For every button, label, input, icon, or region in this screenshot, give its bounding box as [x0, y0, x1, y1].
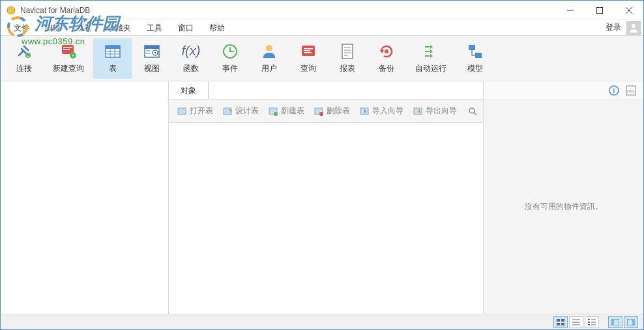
toolbar-function[interactable]: f(x) 函数	[171, 38, 211, 79]
svg-point-5	[632, 24, 636, 28]
toolbar-report[interactable]: 报表	[328, 38, 367, 79]
svg-rect-49	[178, 108, 186, 115]
svg-point-29	[266, 45, 272, 51]
svg-rect-65	[557, 319, 560, 322]
toolbar-label: 新建查询	[53, 63, 84, 74]
panel-left-icon[interactable]	[608, 316, 622, 328]
svg-rect-22	[146, 53, 151, 54]
model-icon	[466, 42, 484, 61]
main-toolbar: + 连接 + 新建查询 表 视图 f(x) 函数 事件 用户 查询 报表 备份 …	[1, 36, 643, 81]
clock-icon	[221, 42, 239, 61]
svg-point-24	[154, 52, 156, 54]
toolbar-query[interactable]: 查询	[289, 38, 328, 79]
action-label: 新建表	[281, 105, 304, 117]
export-icon	[413, 106, 423, 117]
svg-rect-66	[561, 319, 564, 322]
action-open-table[interactable]: 打开表	[173, 103, 217, 119]
user-icon	[260, 42, 278, 61]
info-icon[interactable]: i	[608, 85, 620, 96]
svg-rect-43	[425, 51, 430, 52]
close-button[interactable]	[614, 1, 643, 20]
action-new-table[interactable]: 新建表	[264, 103, 308, 119]
toolbar-event[interactable]: 事件	[211, 38, 250, 79]
action-label: 导出向导	[426, 105, 457, 117]
toolbar-view[interactable]: 视图	[132, 38, 171, 79]
svg-rect-45	[425, 55, 430, 57]
delete-icon	[314, 106, 324, 117]
toolbar-new-query[interactable]: + 新建查询	[44, 38, 93, 79]
toolbar-label: 连接	[16, 63, 32, 74]
action-label: 设计表	[235, 105, 259, 117]
toolbar-label: 自动运行	[415, 63, 446, 74]
svg-rect-41	[425, 46, 430, 48]
connection-tree[interactable]	[1, 81, 169, 314]
empty-message: 沒有可用的物件資訊。	[525, 201, 603, 212]
action-import-wizard[interactable]: 导入向导	[355, 103, 407, 119]
svg-point-54	[319, 112, 323, 116]
query-icon	[299, 42, 317, 61]
svg-marker-44	[430, 49, 433, 53]
minimize-button[interactable]	[555, 1, 585, 20]
toolbar-label: 用户	[261, 63, 277, 74]
menu-help[interactable]: 帮助	[201, 20, 233, 36]
svg-rect-67	[557, 323, 560, 325]
ddl-icon[interactable]: DDL	[625, 85, 637, 96]
fx-icon: f(x)	[182, 42, 200, 61]
svg-marker-46	[430, 54, 433, 58]
menu-window[interactable]: 窗口	[170, 20, 201, 36]
svg-rect-31	[304, 48, 313, 49]
svg-line-60	[474, 113, 476, 115]
svg-text:+: +	[27, 54, 29, 58]
view-list-icon[interactable]	[569, 316, 583, 328]
maximize-button[interactable]	[585, 1, 614, 20]
tab-row: 对象	[169, 81, 483, 100]
window-title: Navicat for MariaDB	[20, 6, 555, 15]
action-label: 删除表	[327, 105, 350, 117]
toolbar-connect[interactable]: + 连接	[5, 38, 44, 79]
svg-text:i: i	[613, 87, 615, 94]
import-icon	[359, 106, 370, 117]
panel-right-icon[interactable]	[624, 316, 638, 328]
toolbar-label: 函数	[183, 63, 199, 74]
report-icon	[338, 42, 357, 61]
toolbar-label: 表	[109, 63, 117, 74]
info-panel: i DDL 沒有可用的物件資訊。	[484, 81, 643, 314]
view-grid-icon[interactable]	[553, 316, 568, 328]
svg-point-0	[7, 7, 15, 14]
app-icon	[6, 5, 16, 16]
toolbar-backup[interactable]: 备份	[367, 38, 406, 79]
open-icon	[177, 106, 187, 117]
menu-favorites[interactable]: 收藏夹	[100, 20, 139, 36]
action-design-table[interactable]: 设计表	[218, 103, 263, 119]
login-link[interactable]: 登录	[600, 22, 626, 33]
svg-point-52	[274, 112, 278, 116]
menu-edit[interactable]: 编辑	[37, 20, 68, 36]
svg-rect-74	[588, 322, 590, 323]
menu-view[interactable]: 查看	[68, 20, 100, 36]
tab-objects[interactable]: 对象	[169, 81, 209, 99]
action-delete-table[interactable]: 删除表	[310, 103, 354, 119]
action-label: 打开表	[190, 105, 213, 117]
svg-rect-10	[63, 49, 70, 50]
svg-point-40	[385, 49, 388, 53]
toolbar-model[interactable]: 模型	[456, 38, 495, 79]
menubar: 文件 编辑 查看 收藏夹 工具 窗口 帮助 登录	[1, 20, 643, 36]
svg-rect-14	[106, 46, 120, 49]
object-list[interactable]	[169, 123, 483, 314]
action-export-wizard[interactable]: 导出向导	[409, 103, 461, 119]
svg-rect-34	[342, 44, 353, 59]
toolbar-table[interactable]: 表	[93, 38, 132, 79]
center-panel: 对象 打开表 设计表 新建表 删除表 导入向导 导出向导	[169, 81, 484, 314]
menu-tools[interactable]: 工具	[139, 20, 170, 36]
avatar-icon[interactable]	[626, 21, 641, 35]
search-button[interactable]	[466, 105, 479, 118]
view-icon	[143, 42, 161, 61]
toolbar-user[interactable]: 用户	[250, 38, 289, 79]
view-detail-icon[interactable]	[585, 316, 599, 328]
object-actionbar: 打开表 设计表 新建表 删除表 导入向导 导出向导	[169, 100, 483, 123]
toolbar-autorun[interactable]: 自动运行	[406, 38, 456, 79]
svg-rect-50	[224, 108, 231, 115]
menu-file[interactable]: 文件	[6, 20, 37, 36]
toolbar-label: 视图	[144, 63, 160, 74]
design-icon	[222, 106, 233, 117]
